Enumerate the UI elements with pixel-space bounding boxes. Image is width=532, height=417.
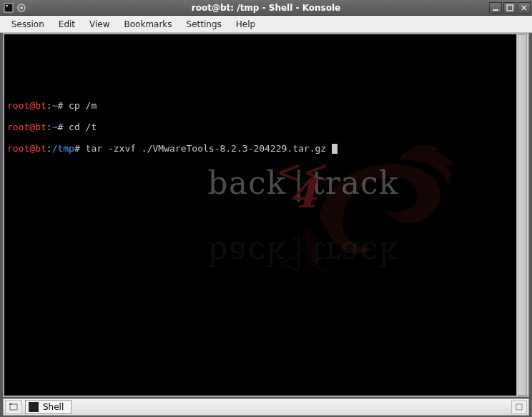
tab-bar: Shell (3, 398, 529, 416)
logo-arrows: << (276, 154, 330, 190)
titlebar-left-icons (0, 2, 27, 14)
svg-rect-4 (493, 9, 498, 11)
maximize-icon (506, 4, 513, 11)
window-title: root@bt: /tmp - Shell - Konsole (0, 3, 532, 13)
terminal-scrollbar[interactable] (516, 34, 528, 396)
dragon-art (259, 113, 430, 256)
minimize-button[interactable] (489, 2, 502, 14)
backtrack-logo: << back|track 4 << back|track 4 (4, 134, 516, 302)
konsole-app-icon (3, 2, 14, 14)
tab-shell[interactable]: Shell (25, 400, 72, 414)
menubar: Session Edit View Bookmarks Settings Hel… (0, 16, 532, 33)
svg-point-3 (20, 6, 23, 9)
terminal-command: cp /m (69, 100, 97, 111)
logo-version: 4 (289, 170, 317, 217)
tab-label: Shell (43, 402, 64, 412)
scrollbar-thumb[interactable] (518, 34, 527, 396)
menu-bookmarks[interactable]: Bookmarks (117, 17, 179, 31)
tab-close-button[interactable] (511, 400, 527, 414)
terminal-line: root@bt:/tmp# tar -zxvf ./VMwareTools-8.… (7, 143, 513, 154)
svg-rect-8 (10, 404, 17, 410)
new-tab-button[interactable] (5, 400, 22, 414)
menu-settings[interactable]: Settings (179, 17, 229, 31)
logo-word-back: back (208, 165, 287, 201)
terminal-cursor (332, 144, 338, 154)
terminal-frame: << back|track 4 << back|track 4 root@bt:… (3, 33, 529, 397)
minimize-icon (492, 4, 499, 11)
window-controls (488, 2, 532, 14)
session-icon (16, 2, 27, 14)
menu-help[interactable]: Help (229, 17, 262, 31)
svg-rect-0 (4, 4, 13, 12)
terminal-command: cd /t (69, 122, 97, 132)
terminal-viewport[interactable]: << back|track 4 << back|track 4 root@bt:… (4, 34, 516, 396)
logo-word-track: track (312, 165, 398, 201)
new-tab-icon (9, 402, 19, 412)
close-icon (521, 4, 528, 11)
maximize-button[interactable] (503, 2, 516, 14)
shell-tab-icon (29, 402, 39, 412)
svg-rect-5 (507, 5, 513, 11)
terminal-line: root@bt:~# cd /t (7, 122, 513, 132)
menu-session[interactable]: Session (4, 17, 51, 31)
close-button[interactable] (518, 2, 531, 14)
svg-rect-10 (516, 404, 522, 410)
menu-view[interactable]: View (82, 17, 117, 31)
terminal-line: root@bt:~# cp /m (7, 100, 513, 111)
terminal-command: tar -zxvf ./VMwareTools-8.2.3-204229.tar… (86, 143, 332, 154)
window-titlebar: root@bt: /tmp - Shell - Konsole (0, 0, 532, 16)
menu-edit[interactable]: Edit (51, 17, 82, 31)
tab-close-icon (515, 403, 523, 411)
svg-rect-1 (6, 5, 8, 6)
svg-rect-9 (9, 403, 12, 405)
